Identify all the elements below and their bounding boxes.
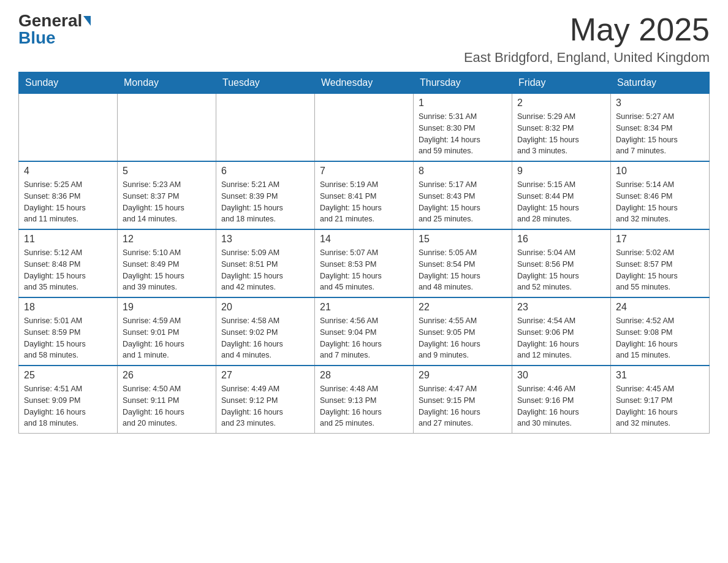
day-number: 13 <box>221 234 309 245</box>
day-info: Sunrise: 5:21 AM Sunset: 8:39 PM Dayligh… <box>221 179 309 225</box>
col-monday: Monday <box>118 72 216 94</box>
day-number: 3 <box>616 98 704 109</box>
title-section: May 2025 East Bridgford, England, United… <box>464 12 710 66</box>
table-row: 23Sunrise: 4:54 AM Sunset: 9:06 PM Dayli… <box>512 297 611 366</box>
day-info: Sunrise: 4:56 AM Sunset: 9:04 PM Dayligh… <box>320 315 408 361</box>
table-row: 8Sunrise: 5:17 AM Sunset: 8:43 PM Daylig… <box>414 161 512 229</box>
day-info: Sunrise: 5:07 AM Sunset: 8:53 PM Dayligh… <box>320 247 408 293</box>
table-row: 13Sunrise: 5:09 AM Sunset: 8:51 PM Dayli… <box>216 229 315 297</box>
day-info: Sunrise: 5:17 AM Sunset: 8:43 PM Dayligh… <box>419 179 507 225</box>
day-info: Sunrise: 5:12 AM Sunset: 8:48 PM Dayligh… <box>24 247 112 293</box>
table-row <box>216 94 315 162</box>
day-number: 21 <box>320 302 408 313</box>
day-info: Sunrise: 4:50 AM Sunset: 9:11 PM Dayligh… <box>123 383 211 429</box>
table-row: 14Sunrise: 5:07 AM Sunset: 8:53 PM Dayli… <box>315 229 414 297</box>
calendar-week-row: 11Sunrise: 5:12 AM Sunset: 8:48 PM Dayli… <box>19 229 710 297</box>
day-number: 6 <box>221 166 309 177</box>
day-info: Sunrise: 5:02 AM Sunset: 8:57 PM Dayligh… <box>616 247 704 293</box>
day-number: 29 <box>419 370 507 381</box>
table-row: 4Sunrise: 5:25 AM Sunset: 8:36 PM Daylig… <box>19 161 118 229</box>
table-row: 25Sunrise: 4:51 AM Sunset: 9:09 PM Dayli… <box>19 366 118 434</box>
day-number: 31 <box>616 370 704 381</box>
table-row: 3Sunrise: 5:27 AM Sunset: 8:34 PM Daylig… <box>611 94 710 162</box>
col-tuesday: Tuesday <box>216 72 315 94</box>
calendar-table: Sunday Monday Tuesday Wednesday Thursday… <box>18 72 710 434</box>
day-number: 14 <box>320 234 408 245</box>
day-info: Sunrise: 5:05 AM Sunset: 8:54 PM Dayligh… <box>419 247 507 293</box>
day-number: 18 <box>24 302 112 313</box>
day-info: Sunrise: 4:54 AM Sunset: 9:06 PM Dayligh… <box>517 315 605 361</box>
logo-arrow-icon <box>83 16 91 26</box>
table-row: 5Sunrise: 5:23 AM Sunset: 8:37 PM Daylig… <box>118 161 216 229</box>
day-number: 22 <box>419 302 507 313</box>
table-row: 18Sunrise: 5:01 AM Sunset: 8:59 PM Dayli… <box>19 297 118 366</box>
table-row <box>118 94 216 162</box>
logo: General Blue <box>18 12 91 47</box>
table-row: 28Sunrise: 4:48 AM Sunset: 9:13 PM Dayli… <box>315 366 414 434</box>
table-row: 27Sunrise: 4:49 AM Sunset: 9:12 PM Dayli… <box>216 366 315 434</box>
col-thursday: Thursday <box>414 72 512 94</box>
day-number: 10 <box>616 166 704 177</box>
day-number: 26 <box>123 370 211 381</box>
day-info: Sunrise: 5:09 AM Sunset: 8:51 PM Dayligh… <box>221 247 309 293</box>
calendar-header-row: Sunday Monday Tuesday Wednesday Thursday… <box>19 72 710 94</box>
day-info: Sunrise: 5:15 AM Sunset: 8:44 PM Dayligh… <box>517 179 605 225</box>
day-number: 20 <box>221 302 309 313</box>
day-info: Sunrise: 4:48 AM Sunset: 9:13 PM Dayligh… <box>320 383 408 429</box>
table-row: 7Sunrise: 5:19 AM Sunset: 8:41 PM Daylig… <box>315 161 414 229</box>
day-number: 19 <box>123 302 211 313</box>
table-row: 24Sunrise: 4:52 AM Sunset: 9:08 PM Dayli… <box>611 297 710 366</box>
day-info: Sunrise: 5:04 AM Sunset: 8:56 PM Dayligh… <box>517 247 605 293</box>
table-row: 16Sunrise: 5:04 AM Sunset: 8:56 PM Dayli… <box>512 229 611 297</box>
col-wednesday: Wednesday <box>315 72 414 94</box>
day-info: Sunrise: 4:47 AM Sunset: 9:15 PM Dayligh… <box>419 383 507 429</box>
day-number: 16 <box>517 234 605 245</box>
day-number: 15 <box>419 234 507 245</box>
day-info: Sunrise: 4:46 AM Sunset: 9:16 PM Dayligh… <box>517 383 605 429</box>
location-subtitle: East Bridgford, England, United Kingdom <box>464 50 710 66</box>
day-number: 1 <box>419 98 507 109</box>
day-info: Sunrise: 5:29 AM Sunset: 8:32 PM Dayligh… <box>517 111 605 157</box>
day-info: Sunrise: 5:14 AM Sunset: 8:46 PM Dayligh… <box>616 179 704 225</box>
day-number: 9 <box>517 166 605 177</box>
logo-general: General <box>18 12 82 29</box>
day-number: 8 <box>419 166 507 177</box>
table-row: 9Sunrise: 5:15 AM Sunset: 8:44 PM Daylig… <box>512 161 611 229</box>
table-row: 19Sunrise: 4:59 AM Sunset: 9:01 PM Dayli… <box>118 297 216 366</box>
day-number: 27 <box>221 370 309 381</box>
day-info: Sunrise: 4:49 AM Sunset: 9:12 PM Dayligh… <box>221 383 309 429</box>
table-row <box>315 94 414 162</box>
table-row: 22Sunrise: 4:55 AM Sunset: 9:05 PM Dayli… <box>414 297 512 366</box>
day-number: 24 <box>616 302 704 313</box>
month-year-title: May 2025 <box>464 12 710 47</box>
day-number: 12 <box>123 234 211 245</box>
table-row: 31Sunrise: 4:45 AM Sunset: 9:17 PM Dayli… <box>611 366 710 434</box>
table-row: 17Sunrise: 5:02 AM Sunset: 8:57 PM Dayli… <box>611 229 710 297</box>
day-info: Sunrise: 4:59 AM Sunset: 9:01 PM Dayligh… <box>123 315 211 361</box>
table-row <box>19 94 118 162</box>
table-row: 21Sunrise: 4:56 AM Sunset: 9:04 PM Dayli… <box>315 297 414 366</box>
day-info: Sunrise: 5:25 AM Sunset: 8:36 PM Dayligh… <box>24 179 112 225</box>
table-row: 15Sunrise: 5:05 AM Sunset: 8:54 PM Dayli… <box>414 229 512 297</box>
logo-blue: Blue <box>18 29 56 47</box>
calendar-week-row: 18Sunrise: 5:01 AM Sunset: 8:59 PM Dayli… <box>19 297 710 366</box>
table-row: 12Sunrise: 5:10 AM Sunset: 8:49 PM Dayli… <box>118 229 216 297</box>
day-info: Sunrise: 5:27 AM Sunset: 8:34 PM Dayligh… <box>616 111 704 157</box>
table-row: 10Sunrise: 5:14 AM Sunset: 8:46 PM Dayli… <box>611 161 710 229</box>
calendar-week-row: 1Sunrise: 5:31 AM Sunset: 8:30 PM Daylig… <box>19 94 710 162</box>
day-info: Sunrise: 4:45 AM Sunset: 9:17 PM Dayligh… <box>616 383 704 429</box>
day-number: 2 <box>517 98 605 109</box>
day-info: Sunrise: 4:55 AM Sunset: 9:05 PM Dayligh… <box>419 315 507 361</box>
col-saturday: Saturday <box>611 72 710 94</box>
day-number: 28 <box>320 370 408 381</box>
day-number: 17 <box>616 234 704 245</box>
table-row: 30Sunrise: 4:46 AM Sunset: 9:16 PM Dayli… <box>512 366 611 434</box>
day-info: Sunrise: 4:52 AM Sunset: 9:08 PM Dayligh… <box>616 315 704 361</box>
table-row: 6Sunrise: 5:21 AM Sunset: 8:39 PM Daylig… <box>216 161 315 229</box>
day-info: Sunrise: 4:58 AM Sunset: 9:02 PM Dayligh… <box>221 315 309 361</box>
day-number: 7 <box>320 166 408 177</box>
page-header: General Blue May 2025 East Bridgford, En… <box>18 12 710 66</box>
table-row: 26Sunrise: 4:50 AM Sunset: 9:11 PM Dayli… <box>118 366 216 434</box>
day-info: Sunrise: 5:10 AM Sunset: 8:49 PM Dayligh… <box>123 247 211 293</box>
day-number: 25 <box>24 370 112 381</box>
